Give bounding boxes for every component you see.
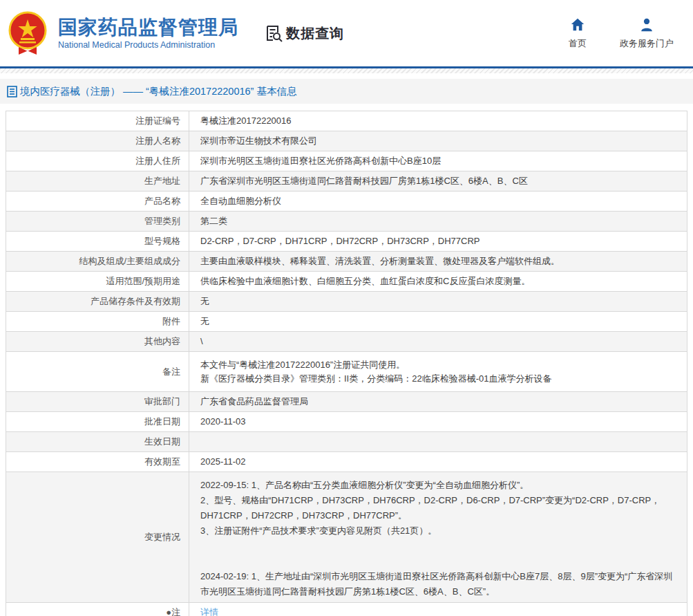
hatch-band	[0, 68, 693, 73]
document-icon	[7, 86, 17, 97]
row-value: 2025-11-02	[189, 452, 687, 472]
row-value: 本文件与“粤械注准20172220016”注册证共同使用。 新《医疗器械分类目录…	[189, 352, 687, 391]
row-label: 产品名称	[6, 192, 189, 211]
national-emblem-icon	[6, 10, 50, 56]
org-name-en: National Medical Products Administration	[58, 40, 238, 50]
row-value: 全自动血细胞分析仪	[189, 192, 687, 211]
org-names: 国家药品监督管理局 National Medical Products Admi…	[58, 17, 238, 50]
row-label: 注册人住所	[6, 151, 189, 171]
table-row: ●注 详情	[6, 603, 687, 616]
row-value: 深圳市光明区玉塘街道田寮社区光侨路高科创新中心B座10层	[189, 151, 687, 171]
row-value: 2020-11-03	[189, 412, 687, 431]
row-label: 产品储存条件及有效期	[6, 292, 189, 311]
table-row: 管理类别 第二类	[6, 212, 687, 232]
registration-info-table: 注册证编号 粤械注准20172220016 注册人名称 深圳市帝迈生物技术有限公…	[6, 111, 687, 616]
row-value: 主要由血液吸样模块、稀释装置、清洗装置、分析测量装置、微处理器及客户端软件组成。	[189, 252, 687, 271]
data-query-link[interactable]: 数据查询	[265, 24, 344, 43]
table-row: 型号规格 D2-CRP，D7-CRP，DH71CRP，DH72CRP，DH73C…	[6, 232, 687, 252]
row-value: 广东省食品药品监督管理局	[189, 392, 687, 411]
row-label: 批准日期	[6, 412, 189, 431]
row-value: 粤械注准20172220016	[189, 111, 687, 131]
nav-item-portal-label: 政务服务门户	[620, 37, 674, 50]
row-label: 结构及组成/主要组成成分	[6, 252, 189, 271]
row-label: 生产地址	[6, 171, 189, 191]
row-value: 无	[189, 312, 687, 331]
document-search-icon	[265, 24, 283, 42]
row-value	[189, 432, 687, 451]
row-label: 注册人名称	[6, 131, 189, 151]
row-label: 适用范围/预期用途	[6, 272, 189, 291]
home-icon	[570, 17, 585, 32]
row-value: 广东省深圳市光明区玉塘街道同仁路普耐科技园厂房第1栋1楼C区、6楼A、B、C区	[189, 171, 687, 191]
detail-link[interactable]: 详情	[200, 606, 218, 616]
row-value: 2022-09-15: 1、产品名称由“五分类血液细胞分析仪”变更为“全自动血细…	[189, 472, 687, 602]
table-row: 生产地址 广东省深圳市光明区玉塘街道同仁路普耐科技园厂房第1栋1楼C区、6楼A、…	[6, 171, 687, 192]
table-row: 注册人名称 深圳市帝迈生物技术有限公司	[6, 131, 687, 151]
table-row: 生效日期	[6, 432, 687, 452]
table-row: 审批部门 广东省食品药品监督管理局	[6, 392, 687, 412]
row-value: 详情	[189, 603, 687, 616]
row-label: ●注	[6, 603, 189, 616]
row-label: 备注	[6, 352, 189, 391]
row-value: 供临床检验中血液细胞计数、白细胞五分类、血红蛋白浓度和C反应蛋白浓度测量。	[189, 272, 687, 291]
table-row: 产品储存条件及有效期 无	[6, 292, 687, 312]
row-label: 有效期至	[6, 452, 189, 472]
table-row: 产品名称 全自动血细胞分析仪	[6, 192, 687, 212]
org-name-cn: 国家药品监督管理局	[58, 17, 238, 39]
nav-item-portal[interactable]: 政务服务门户	[620, 17, 674, 50]
header: 国家药品监督管理局 National Medical Products Admi…	[0, 0, 693, 66]
table-row: 结构及组成/主要组成成分 主要由血液吸样模块、稀释装置、清洗装置、分析测量装置、…	[6, 252, 687, 272]
row-value: D2-CRP，D7-CRP，DH71CRP，DH72CRP，DH73CRP，DH…	[189, 232, 687, 251]
table-row: 批准日期 2020-11-03	[6, 412, 687, 432]
user-icon	[639, 17, 654, 32]
row-label: 注册证编号	[6, 111, 189, 131]
header-nav: 首页 政务服务门户	[569, 17, 693, 50]
nav-item-home[interactable]: 首页	[569, 17, 587, 50]
row-label: 型号规格	[6, 232, 189, 251]
table-row: 适用范围/预期用途 供临床检验中血液细胞计数、白细胞五分类、血红蛋白浓度和C反应…	[6, 272, 687, 292]
row-value: \	[189, 332, 687, 351]
row-label: 管理类别	[6, 212, 189, 231]
row-label: 变更情况	[6, 472, 189, 602]
nmpa-logo[interactable]: 国家药品监督管理局 National Medical Products Admi…	[6, 10, 238, 56]
data-query-label: 数据查询	[286, 24, 344, 43]
row-label: 附件	[6, 312, 189, 331]
table-row: 附件 无	[6, 312, 687, 332]
table-row-remark: 备注 本文件与“粤械注准20172220016”注册证共同使用。 新《医疗器械分…	[6, 352, 687, 392]
row-label: 生效日期	[6, 432, 189, 451]
page-title-bar: 境内医疗器械（注册） —— “粤械注准20172220016” 基本信息	[0, 79, 693, 104]
table-row: 其他内容 \	[6, 332, 687, 352]
page-title: 境内医疗器械（注册） —— “粤械注准20172220016” 基本信息	[20, 85, 296, 98]
nav-item-home-label: 首页	[569, 37, 587, 50]
row-value: 深圳市帝迈生物技术有限公司	[189, 131, 687, 151]
row-value: 无	[189, 292, 687, 311]
table-row: 注册证编号 粤械注准20172220016	[6, 111, 687, 131]
table-row-change-history: 变更情况 2022-09-15: 1、产品名称由“五分类血液细胞分析仪”变更为“…	[6, 472, 687, 603]
table-row: 注册人住所 深圳市光明区玉塘街道田寮社区光侨路高科创新中心B座10层	[6, 151, 687, 171]
row-label: 其他内容	[6, 332, 189, 351]
table-row: 有效期至 2025-11-02	[6, 452, 687, 472]
row-label: 审批部门	[6, 392, 189, 411]
row-value: 第二类	[189, 212, 687, 231]
